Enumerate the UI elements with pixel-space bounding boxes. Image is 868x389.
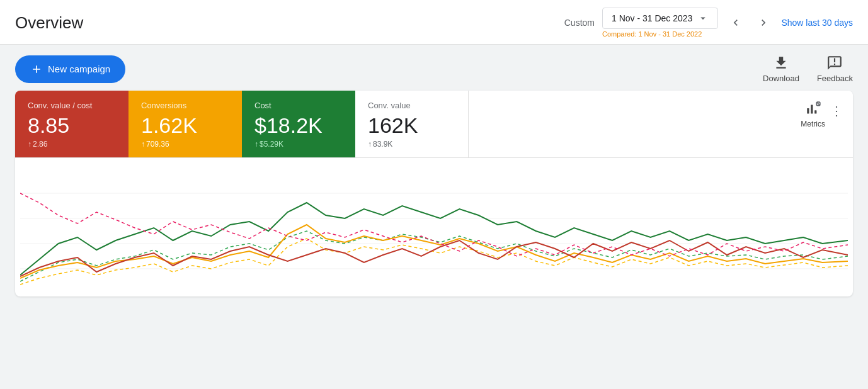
metric-value-cost: $18.2K bbox=[254, 114, 343, 137]
metric-change-conv-value-cost: ↑ 2.86 bbox=[28, 140, 116, 149]
metric-change-cost: ↑ $5.29K bbox=[254, 140, 343, 149]
show-last-30-days-link[interactable]: Show last 30 days bbox=[781, 18, 853, 28]
new-campaign-button[interactable]: New campaign bbox=[15, 55, 125, 83]
download-icon bbox=[773, 55, 789, 71]
feedback-label: Feedback bbox=[817, 74, 853, 83]
metrics-chart-icon bbox=[805, 101, 821, 117]
compared-text: Compared: 1 Nov - 31 Dec 2022 bbox=[602, 30, 702, 38]
up-arrow-icon: ↑ bbox=[368, 140, 372, 149]
chart-area bbox=[15, 158, 853, 296]
next-arrow-button[interactable] bbox=[753, 13, 774, 33]
date-range-wrapper: 1 Nov - 31 Dec 2023 Compared: 1 Nov - 31… bbox=[602, 8, 718, 38]
feedback-icon bbox=[826, 55, 843, 71]
plus-icon bbox=[30, 63, 43, 76]
more-options-icon[interactable]: ⋮ bbox=[828, 102, 845, 120]
metric-label-conversions: Conversions bbox=[141, 101, 229, 110]
metric-tile-spacer: Metrics ⋮ bbox=[469, 91, 853, 157]
svg-rect-0 bbox=[807, 108, 809, 114]
metric-change-conversions: ↑ 709.36 bbox=[141, 140, 229, 149]
metric-tile-cost[interactable]: Cost $18.2K ↑ $5.29K bbox=[242, 91, 355, 157]
svg-rect-1 bbox=[811, 105, 813, 114]
metric-value-conv-value-cost: 8.85 bbox=[28, 114, 116, 137]
metrics-row: Conv. value / cost 8.85 ↑ 2.86 Conversio… bbox=[15, 91, 853, 158]
metric-label-cost: Cost bbox=[254, 101, 343, 110]
download-action[interactable]: Download bbox=[763, 55, 799, 83]
up-arrow-icon: ↑ bbox=[141, 140, 145, 149]
download-label: Download bbox=[763, 74, 799, 83]
prev-arrow-button[interactable] bbox=[726, 13, 746, 33]
up-arrow-icon: ↑ bbox=[254, 140, 258, 149]
date-range-value: 1 Nov - 31 Dec 2023 bbox=[612, 13, 692, 23]
metric-tile-conv-value[interactable]: Conv. value 162K ↑ 83.9K bbox=[355, 91, 469, 157]
chevron-left-icon bbox=[729, 16, 742, 29]
page-title: Overview bbox=[15, 13, 83, 33]
metric-value-conv-value: 162K bbox=[368, 114, 455, 137]
feedback-action[interactable]: Feedback bbox=[817, 55, 853, 83]
metric-label-conv-value-cost: Conv. value / cost bbox=[28, 101, 116, 110]
metric-tile-conv-value-cost[interactable]: Conv. value / cost 8.85 ↑ 2.86 bbox=[15, 91, 128, 157]
toolbar: New campaign Download Feedback bbox=[0, 45, 868, 91]
metric-value-conversions: 1.62K bbox=[141, 114, 229, 137]
svg-rect-2 bbox=[814, 110, 816, 113]
chart-svg bbox=[20, 168, 848, 294]
metric-change-conv-value: ↑ 83.9K bbox=[368, 140, 455, 149]
chevron-down-icon bbox=[697, 13, 709, 24]
svg-line-3 bbox=[817, 103, 819, 104]
header-controls: Custom 1 Nov - 31 Dec 2023 Compared: 1 N… bbox=[564, 8, 853, 38]
up-arrow-icon: ↑ bbox=[28, 140, 31, 149]
metrics-button[interactable]: Metrics bbox=[801, 101, 825, 128]
metric-tile-conversions[interactable]: Conversions 1.62K ↑ 709.36 bbox=[128, 91, 242, 157]
new-campaign-label: New campaign bbox=[48, 64, 110, 74]
date-range-button[interactable]: 1 Nov - 31 Dec 2023 bbox=[602, 8, 718, 29]
header: Overview Custom 1 Nov - 31 Dec 2023 Comp… bbox=[0, 0, 868, 45]
metric-label-conv-value: Conv. value bbox=[368, 101, 455, 110]
custom-label: Custom bbox=[564, 18, 595, 28]
toolbar-actions: Download Feedback bbox=[763, 55, 853, 83]
metrics-label: Metrics bbox=[801, 120, 825, 128]
chevron-right-icon bbox=[757, 16, 770, 29]
main-card: Conv. value / cost 8.85 ↑ 2.86 Conversio… bbox=[15, 91, 853, 296]
